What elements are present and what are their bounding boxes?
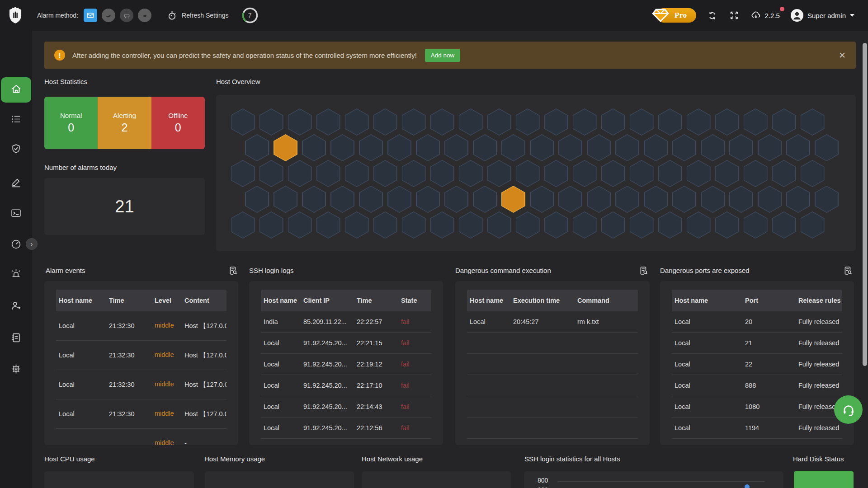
chart-data-point [745, 484, 750, 488]
hex-cell [772, 211, 796, 239]
table-cell: Local [672, 318, 742, 325]
wecom-icon[interactable] [138, 9, 151, 22]
mail-icon[interactable] [84, 9, 97, 22]
sidebar-item-user-switch[interactable] [0, 294, 32, 319]
dangerous-ports-viewmore-icon[interactable] [842, 265, 854, 277]
stat-label: Normal [60, 112, 82, 119]
scrollbar-thumb[interactable] [863, 43, 867, 366]
hex-cell [487, 108, 511, 136]
table-cell: 21:32:30 [106, 410, 152, 418]
table-cell: 1080 [742, 403, 796, 410]
top-bar: Alarm method: Refresh Settings [0, 0, 868, 31]
diamond-icon [651, 7, 670, 25]
hex-host-alert[interactable] [274, 134, 297, 161]
stat-block-alerting[interactable]: Alerting 2 [98, 97, 151, 149]
hex-cell [644, 186, 668, 213]
stat-block-normal[interactable]: Normal 0 [44, 97, 98, 149]
sidebar-item-siren[interactable] [0, 262, 32, 287]
hex-cell [758, 134, 782, 161]
hex-cell [630, 211, 654, 239]
table-row: Local1194Fully released [672, 418, 842, 439]
hex-cell [558, 186, 582, 213]
hex-cell [801, 211, 825, 239]
stat-block-offline[interactable]: Offline 0 [151, 97, 205, 149]
dingtalk-icon[interactable] [120, 9, 133, 22]
table-cell: Host 【127.0.0.... [182, 380, 226, 389]
hex-cell [302, 186, 326, 213]
sidebar-item-shield-check[interactable] [0, 137, 32, 162]
network-usage-card [362, 471, 511, 488]
alarm-events-table: Host nameTimeLevelContentLocal21:32:30mi… [56, 290, 226, 445]
hex-cell [658, 160, 682, 187]
cpu-usage-title: Host CPU usage [44, 454, 95, 464]
hex-cell [715, 108, 739, 136]
sidebar-item-list[interactable] [0, 107, 32, 132]
banner-close-icon[interactable]: ✕ [839, 51, 846, 60]
refresh-settings[interactable]: Refresh Settings [167, 10, 229, 21]
headset-icon [841, 402, 856, 418]
hex-cell [658, 108, 682, 136]
stat-label: Offline [168, 112, 188, 119]
column-header: Execution time [510, 297, 575, 304]
sync-icon[interactable] [707, 10, 718, 21]
table-cell: middle [152, 380, 182, 389]
column-header: Host name [672, 297, 742, 304]
column-header: Host name [56, 297, 106, 304]
table-header-row: Host nameExecution timeCommand [467, 290, 638, 311]
table-row-empty [467, 333, 638, 354]
sidebar-item-terminal[interactable] [0, 201, 32, 226]
table-cell: 21:32:30 [106, 322, 152, 329]
table-cell: 20 [742, 318, 796, 325]
app-logo[interactable] [5, 5, 25, 26]
support-button[interactable] [834, 395, 863, 424]
hex-cell [259, 160, 283, 187]
table-cell: Local [56, 322, 106, 329]
table-cell: Fully released [796, 339, 842, 347]
table-row: middle- [56, 429, 226, 445]
hex-cell [544, 160, 568, 187]
column-header: State [398, 297, 431, 304]
sidebar-item-home[interactable] [1, 77, 31, 103]
alarm-events-title: Alarm events [46, 266, 85, 276]
table-cell: fail [398, 382, 431, 389]
table-cell: fail [398, 424, 431, 432]
hex-cell [687, 108, 711, 136]
sidebar-item-settings[interactable] [0, 357, 32, 382]
hex-cell [801, 160, 825, 187]
column-header: Content [182, 297, 226, 304]
dangerous-commands-title: Dangerous command execution [455, 266, 551, 276]
alarm-events-viewmore-icon[interactable] [227, 265, 239, 277]
sidebar-item-edit[interactable] [0, 170, 32, 196]
network-usage-title: Host Network usage [362, 454, 423, 464]
user-menu[interactable]: Super admin [791, 9, 854, 22]
dangerous-ports-title: Dangerous ports are exposed [660, 266, 750, 276]
disk-status-block[interactable] [794, 471, 854, 488]
table-row: Local21:32:30middleHost 【127.0.0.... [56, 399, 226, 429]
notebook-icon [10, 332, 22, 345]
hex-cell [316, 211, 340, 239]
cloud-download-icon [750, 10, 761, 21]
hex-cell [316, 108, 340, 136]
sidebar-expand-button[interactable]: › [26, 238, 38, 250]
column-header: Client IP [301, 297, 354, 304]
hex-cell [587, 134, 611, 161]
hex-cell [516, 160, 540, 187]
table-cell: middle [152, 409, 182, 418]
ssh-stats-title: SSH login statistics for all Hosts [524, 454, 620, 464]
dangerous-commands-viewmore-icon[interactable] [638, 265, 650, 277]
table-cell: 22:17:10 [354, 382, 398, 389]
add-now-button[interactable]: Add now [425, 49, 461, 62]
table-cell: 22 [742, 361, 796, 368]
hex-cell [402, 160, 426, 187]
fullscreen-icon[interactable] [729, 10, 740, 21]
lark-icon[interactable] [102, 9, 115, 22]
hex-cell [687, 211, 711, 239]
version-update[interactable]: 2.2.5 [750, 10, 780, 21]
alarms-today-title: Number of alarms today [44, 163, 117, 173]
table-cell: India [261, 318, 301, 325]
hex-host-alert[interactable] [501, 186, 525, 213]
alarms-today-card: 21 [44, 178, 205, 235]
pro-badge[interactable]: Pro [656, 8, 696, 23]
sidebar-item-notebook[interactable] [0, 326, 32, 351]
update-badge-dot [780, 7, 784, 11]
